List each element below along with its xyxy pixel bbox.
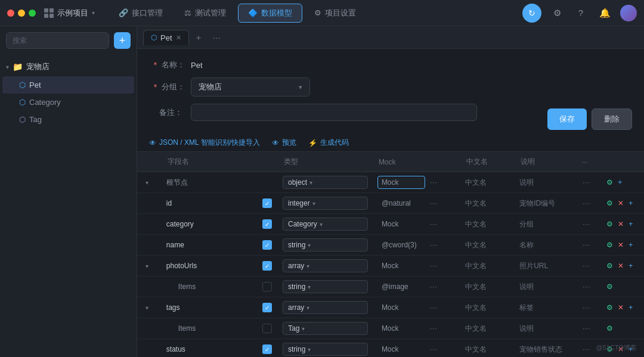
row-more-icon[interactable]: ··· xyxy=(580,345,593,353)
required-checkbox[interactable]: ✓ xyxy=(262,219,272,229)
required-checkbox[interactable]: ✓ xyxy=(262,303,272,312)
minimize-dot[interactable] xyxy=(18,10,25,17)
settings-action-icon[interactable]: ⚙ xyxy=(605,198,614,209)
row-more-icon[interactable]: ··· xyxy=(580,303,593,312)
expand-icon[interactable]: ▾ xyxy=(142,303,151,312)
type-select[interactable]: Category ▾ xyxy=(283,218,368,231)
mock-more-button[interactable]: ··· xyxy=(428,283,440,291)
settings-action-icon[interactable]: ⚙ xyxy=(605,281,614,292)
type-select[interactable]: string ▾ xyxy=(283,343,368,356)
tab-close-button[interactable]: ✕ xyxy=(176,34,181,42)
settings-action-icon[interactable]: ⚙ xyxy=(605,240,614,250)
delete-field-icon[interactable]: ✕ xyxy=(617,240,625,250)
mock-input[interactable] xyxy=(377,197,425,210)
group-select[interactable]: 宠物店 ▾ xyxy=(191,77,310,97)
type-select[interactable]: array ▾ xyxy=(283,301,368,314)
row-more-icon[interactable]: ··· xyxy=(580,262,593,270)
mock-more-button[interactable]: ··· xyxy=(428,303,440,312)
settings-action-icon[interactable]: ⚙ xyxy=(605,302,614,313)
delete-button[interactable]: 删除 xyxy=(592,108,632,130)
tab-model[interactable]: 🔷 数据模型 xyxy=(238,4,302,23)
mock-input[interactable] xyxy=(377,343,425,356)
mock-more-button[interactable]: ··· xyxy=(428,241,440,249)
type-arrow-icon: ▾ xyxy=(306,263,309,269)
project-selector[interactable]: 示例项目 ▾ xyxy=(44,8,95,18)
bell-icon[interactable]: 🔔 xyxy=(596,5,613,21)
note-input[interactable] xyxy=(191,104,477,121)
root-desc-cell: 说明 xyxy=(515,172,575,193)
mock-more-button[interactable]: ··· xyxy=(428,178,440,187)
row-more-icon[interactable]: ··· xyxy=(580,241,593,249)
user-avatar[interactable] xyxy=(620,5,637,21)
tab-api[interactable]: 🔗 接口管理 xyxy=(109,4,172,22)
delete-field-icon[interactable]: ✕ xyxy=(617,302,625,313)
expand-icon[interactable]: ▾ xyxy=(142,178,151,187)
row-more-icon[interactable]: ··· xyxy=(580,283,593,291)
tab-more-button[interactable]: ··· xyxy=(208,30,225,45)
required-checkbox[interactable]: ✓ xyxy=(262,261,272,271)
settings-action-icon[interactable]: ⚙ xyxy=(605,323,614,334)
required-checkbox[interactable] xyxy=(262,324,272,333)
preview-action[interactable]: 👁 预览 xyxy=(272,138,296,148)
tab-add-button[interactable]: + xyxy=(191,30,206,45)
settings-action-icon[interactable]: ⚙ xyxy=(605,177,614,188)
mock-more-button[interactable]: ··· xyxy=(428,324,440,333)
add-field-icon[interactable]: + xyxy=(627,302,634,313)
refresh-button[interactable]: ↻ xyxy=(522,4,541,23)
mock-input[interactable] xyxy=(377,218,425,231)
required-checkbox[interactable]: ✓ xyxy=(262,240,272,250)
close-dot[interactable] xyxy=(7,10,14,17)
type-cell: string ▾ xyxy=(278,339,373,358)
mock-input[interactable] xyxy=(377,280,425,293)
type-select[interactable]: string ▾ xyxy=(283,238,368,252)
add-model-button[interactable]: + xyxy=(114,32,131,49)
sidebar-item-pet[interactable]: ⬡ Pet xyxy=(2,76,134,94)
gear-icon[interactable]: ⚙ xyxy=(549,5,565,21)
add-field-icon[interactable]: + xyxy=(617,177,623,188)
required-checkbox[interactable] xyxy=(262,282,272,291)
required-checkbox[interactable]: ✓ xyxy=(262,344,272,354)
row-actions: ⚙ xyxy=(605,281,639,292)
row-more-icon[interactable]: ··· xyxy=(580,178,593,187)
search-input[interactable] xyxy=(6,32,109,49)
tab-settings[interactable]: ⚙ 项目设置 xyxy=(305,4,366,22)
mock-input[interactable] xyxy=(377,301,425,314)
add-field-icon[interactable]: + xyxy=(627,219,634,229)
root-mock-input[interactable] xyxy=(377,176,425,189)
type-select[interactable]: Tag ▾ xyxy=(283,322,368,335)
settings-action-icon[interactable]: ⚙ xyxy=(605,260,614,271)
content-tab-pet[interactable]: ⬡ Pet ✕ xyxy=(143,30,189,45)
type-select[interactable]: array ▾ xyxy=(283,259,368,272)
type-select[interactable]: string ▾ xyxy=(283,280,368,293)
row-more-icon[interactable]: ··· xyxy=(580,220,593,228)
root-type-select[interactable]: object ▾ xyxy=(283,176,368,189)
sidebar-item-tag[interactable]: ⬡ Tag xyxy=(2,111,134,128)
row-more-icon[interactable]: ··· xyxy=(580,324,593,333)
mock-input[interactable] xyxy=(377,322,425,335)
settings-action-icon[interactable]: ⚙ xyxy=(605,219,614,229)
delete-field-icon[interactable]: ✕ xyxy=(617,219,625,229)
delete-field-icon[interactable]: ✕ xyxy=(617,260,625,271)
question-icon[interactable]: ? xyxy=(572,5,589,21)
add-field-icon[interactable]: + xyxy=(627,260,634,271)
sidebar-item-category[interactable]: ⬡ Category xyxy=(2,94,134,111)
add-field-icon[interactable]: + xyxy=(627,240,634,250)
delete-field-icon[interactable]: ✕ xyxy=(617,198,625,209)
mock-more-button[interactable]: ··· xyxy=(428,220,440,228)
tab-test[interactable]: ⚖ 测试管理 xyxy=(175,4,236,22)
expand-icon[interactable]: ▾ xyxy=(142,261,151,271)
mock-input[interactable] xyxy=(377,238,425,252)
tree-group-header[interactable]: ▾ 📁 宠物店 xyxy=(0,57,137,76)
type-select[interactable]: integer ▾ xyxy=(283,197,368,210)
mock-more-button[interactable]: ··· xyxy=(428,199,440,207)
mock-more-button[interactable]: ··· xyxy=(428,262,440,270)
required-checkbox[interactable]: ✓ xyxy=(262,198,272,208)
row-more-icon[interactable]: ··· xyxy=(580,199,593,207)
generate-action[interactable]: ⚡ 生成代码 xyxy=(308,138,349,148)
mock-input[interactable] xyxy=(377,259,425,272)
mock-more-button[interactable]: ··· xyxy=(428,345,440,353)
save-button[interactable]: 保存 xyxy=(547,108,587,130)
add-field-icon[interactable]: + xyxy=(627,198,634,209)
import-action[interactable]: 👁 JSON / XML 智能识别/快捷导入 xyxy=(149,138,260,148)
maximize-dot[interactable] xyxy=(29,10,36,17)
